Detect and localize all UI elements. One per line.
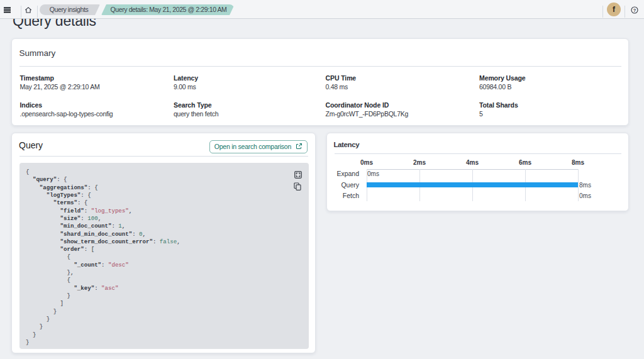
svg-text:?: ? [633,8,636,13]
